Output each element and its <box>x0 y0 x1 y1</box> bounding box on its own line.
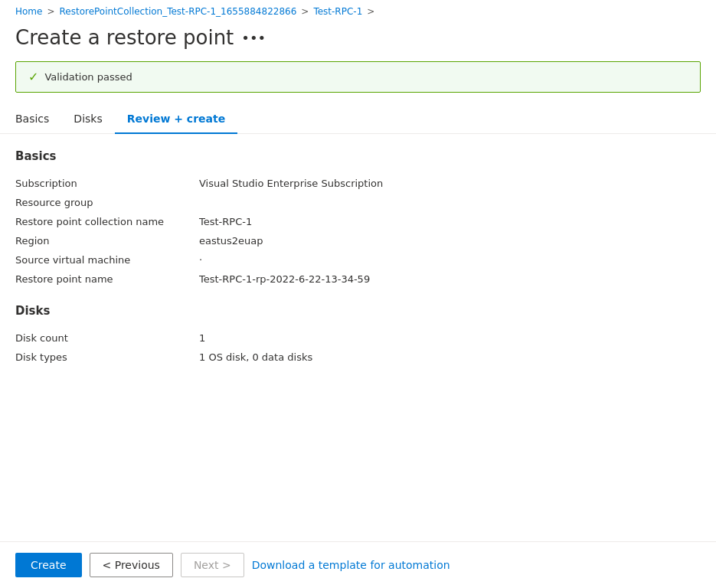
field-subscription: Subscription Visual Studio Enterprise Su… <box>15 174 701 193</box>
breadcrumb-rpc[interactable]: Test-RPC-1 <box>313 6 362 17</box>
validation-text: Validation passed <box>44 71 132 83</box>
page-header: Create a restore point ••• <box>0 23 716 61</box>
field-label-disk-types: Disk types <box>15 351 199 363</box>
field-value-source-vm: · <box>199 254 202 266</box>
field-value-collection-name: Test-RPC-1 <box>199 216 252 227</box>
previous-button[interactable]: < Previous <box>90 553 173 577</box>
field-label-restore-point-name: Restore point name <box>15 273 199 285</box>
field-value-subscription: Visual Studio Enterprise Subscription <box>199 178 383 189</box>
more-options-icon[interactable]: ••• <box>241 30 266 46</box>
breadcrumb-collection[interactable]: RestorePointCollection_Test-RPC-1_165588… <box>60 6 297 17</box>
field-source-vm: Source virtual machine · <box>15 250 701 270</box>
tab-disks[interactable]: Disks <box>61 105 114 134</box>
tab-bar: Basics Disks Review + create <box>0 105 716 134</box>
tab-review-create[interactable]: Review + create <box>115 105 237 134</box>
disks-section: Disks Disk count 1 Disk types 1 OS disk,… <box>15 304 701 367</box>
field-value-disk-types: 1 OS disk, 0 data disks <box>199 351 312 363</box>
footer: Create < Previous Next > Download a temp… <box>0 541 716 588</box>
field-label-region: Region <box>15 235 199 247</box>
tab-basics[interactable]: Basics <box>15 105 61 134</box>
field-value-region: eastus2euap <box>199 235 263 247</box>
download-template-link[interactable]: Download a template for automation <box>252 559 450 571</box>
field-collection-name: Restore point collection name Test-RPC-1 <box>15 212 701 231</box>
field-value-restore-point-name: Test-RPC-1-rp-2022-6-22-13-34-59 <box>199 273 370 285</box>
breadcrumb-sep3: > <box>367 6 374 17</box>
main-content: Basics Subscription Visual Studio Enterp… <box>0 149 716 367</box>
field-restore-point-name: Restore point name Test-RPC-1-rp-2022-6-… <box>15 270 701 289</box>
field-label-collection-name: Restore point collection name <box>15 216 199 227</box>
breadcrumb-home[interactable]: Home <box>15 6 42 17</box>
breadcrumb-sep2: > <box>301 6 309 17</box>
field-label-resource-group: Resource group <box>15 197 199 208</box>
validation-check-icon: ✓ <box>28 70 38 84</box>
field-label-source-vm: Source virtual machine <box>15 254 199 266</box>
page-title: Create a restore point <box>15 26 234 49</box>
field-resource-group: Resource group <box>15 193 701 212</box>
field-label-disk-count: Disk count <box>15 332 199 344</box>
create-button[interactable]: Create <box>15 553 82 577</box>
validation-banner: ✓ Validation passed <box>15 61 701 93</box>
basics-section-title: Basics <box>15 149 701 163</box>
disks-section-title: Disks <box>15 304 701 318</box>
field-value-disk-count: 1 <box>199 332 205 344</box>
field-disk-types: Disk types 1 OS disk, 0 data disks <box>15 348 701 367</box>
field-disk-count: Disk count 1 <box>15 328 701 348</box>
field-region: Region eastus2euap <box>15 231 701 250</box>
next-button: Next > <box>181 553 244 577</box>
basics-section: Basics Subscription Visual Studio Enterp… <box>15 149 701 289</box>
field-label-subscription: Subscription <box>15 178 199 189</box>
breadcrumb-sep1: > <box>47 6 54 17</box>
breadcrumb: Home > RestorePointCollection_Test-RPC-1… <box>0 0 716 23</box>
